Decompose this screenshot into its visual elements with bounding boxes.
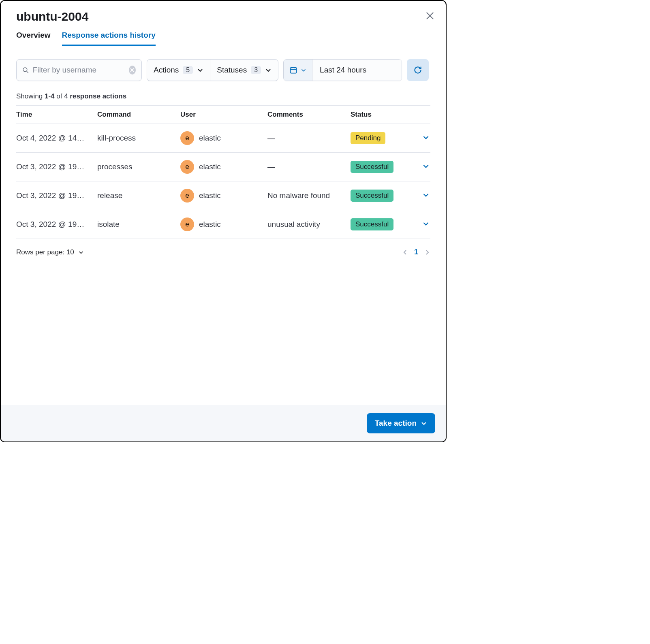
chevron-down-icon <box>422 220 430 227</box>
clear-icon <box>130 68 134 72</box>
avatar: e <box>180 131 194 145</box>
cell-command: isolate <box>97 220 180 229</box>
cell-time: Oct 4, 2022 @ 14… <box>16 134 97 143</box>
cell-command: kill-process <box>97 134 180 143</box>
col-time: Time <box>16 111 97 119</box>
expand-row-button[interactable] <box>409 134 430 143</box>
summary-suffix: response actions <box>70 92 126 100</box>
col-status: Status <box>351 111 409 119</box>
table-row: Oct 3, 2022 @ 19… release e elastic No m… <box>16 181 430 210</box>
results-summary: Showing 1-4 of 4 response actions <box>1 81 446 105</box>
svg-point-0 <box>23 68 27 72</box>
page-number[interactable]: 1 <box>414 248 418 256</box>
status-badge: Pending <box>351 132 385 144</box>
actions-filter-label: Actions <box>154 66 179 75</box>
prev-page-button[interactable] <box>402 249 408 256</box>
user-name: elastic <box>199 162 221 171</box>
date-range-text[interactable]: Last 24 hours <box>312 60 402 81</box>
cell-time: Oct 3, 2022 @ 19… <box>16 162 97 171</box>
chevron-down-icon <box>422 191 430 198</box>
response-actions-table: Time Command User Comments Status Oct 4,… <box>1 106 446 239</box>
avatar: e <box>180 160 194 174</box>
cell-status: Pending <box>351 132 409 144</box>
table-footer: Rows per page: 10 1 <box>1 239 446 265</box>
bottom-bar: Take action <box>1 405 446 441</box>
clear-filter-button[interactable] <box>129 66 136 75</box>
cell-status: Successful <box>351 161 409 173</box>
date-range-picker: Last 24 hours <box>283 59 402 81</box>
status-badge: Successful <box>351 161 393 173</box>
expand-row-button[interactable] <box>409 191 430 200</box>
cell-time: Oct 3, 2022 @ 19… <box>16 220 97 229</box>
chevron-down-icon <box>197 67 203 73</box>
chevron-down-icon <box>265 67 272 73</box>
col-user: User <box>180 111 267 119</box>
cell-comments: — <box>267 134 351 143</box>
summary-middle: of 4 <box>55 92 70 100</box>
page-title: ubuntu-2004 <box>16 10 88 23</box>
filter-username-input[interactable] <box>33 66 129 75</box>
cell-command: release <box>97 191 180 200</box>
cell-comments: unusual activity <box>267 220 351 229</box>
take-action-label: Take action <box>375 419 417 428</box>
statuses-filter-label: Statuses <box>217 66 247 75</box>
cell-command: processes <box>97 162 180 171</box>
svg-rect-1 <box>291 68 297 73</box>
chevron-down-icon <box>421 420 427 426</box>
cell-comments: — <box>267 162 351 171</box>
search-icon <box>22 66 29 74</box>
cell-status: Successful <box>351 218 409 230</box>
col-comments: Comments <box>267 111 351 119</box>
chevron-down-icon <box>78 249 84 255</box>
actions-filter-dropdown[interactable]: Actions 5 <box>147 60 210 81</box>
avatar: e <box>180 189 194 203</box>
expand-row-button[interactable] <box>409 220 430 229</box>
user-name: elastic <box>199 134 221 143</box>
statuses-filter-dropdown[interactable]: Statuses 3 <box>210 60 278 81</box>
cell-user: e elastic <box>180 160 267 174</box>
filter-input-wrapper[interactable] <box>16 59 142 81</box>
tab-response-actions-history[interactable]: Response actions history <box>62 31 156 46</box>
status-badge: Successful <box>351 190 393 202</box>
actions-filter-count: 5 <box>183 66 193 74</box>
toolbar: Actions 5 Statuses 3 Last 24 hours <box>1 46 446 81</box>
user-name: elastic <box>199 220 221 229</box>
calendar-icon <box>289 66 297 74</box>
cell-user: e elastic <box>180 131 267 145</box>
next-page-button[interactable] <box>424 249 430 256</box>
user-name: elastic <box>199 191 221 200</box>
rows-per-page-dropdown[interactable]: Rows per page: 10 <box>16 248 84 256</box>
tab-overview[interactable]: Overview <box>16 31 51 46</box>
summary-prefix: Showing <box>16 92 45 100</box>
status-badge: Successful <box>351 218 393 230</box>
take-action-button[interactable]: Take action <box>367 413 435 433</box>
expand-row-button[interactable] <box>409 162 430 172</box>
refresh-button[interactable] <box>407 59 429 81</box>
cell-time: Oct 3, 2022 @ 19… <box>16 191 97 200</box>
cell-user: e elastic <box>180 218 267 231</box>
chevron-down-icon <box>422 162 430 170</box>
summary-range: 1-4 <box>45 92 55 100</box>
cell-status: Successful <box>351 190 409 202</box>
chevron-down-icon <box>301 67 306 73</box>
cell-comments: No malware found <box>267 191 351 200</box>
pagination: 1 <box>402 248 430 256</box>
statuses-filter-count: 3 <box>251 66 261 74</box>
table-header: Time Command User Comments Status <box>16 106 430 124</box>
date-picker-button[interactable] <box>284 60 312 81</box>
table-row: Oct 3, 2022 @ 19… processes e elastic — … <box>16 153 430 181</box>
rows-per-page-label: Rows per page: 10 <box>16 248 74 256</box>
tabs: Overview Response actions history <box>1 23 446 46</box>
filter-dropdown-group: Actions 5 Statuses 3 <box>147 59 278 81</box>
table-row: Oct 4, 2022 @ 14… kill-process e elastic… <box>16 124 430 153</box>
refresh-icon <box>413 66 422 75</box>
chevron-down-icon <box>422 134 430 141</box>
close-button[interactable] <box>425 11 434 20</box>
col-command: Command <box>97 111 180 119</box>
avatar: e <box>180 218 194 231</box>
table-row: Oct 3, 2022 @ 19… isolate e elastic unus… <box>16 210 430 239</box>
cell-user: e elastic <box>180 189 267 203</box>
close-icon <box>425 11 434 20</box>
